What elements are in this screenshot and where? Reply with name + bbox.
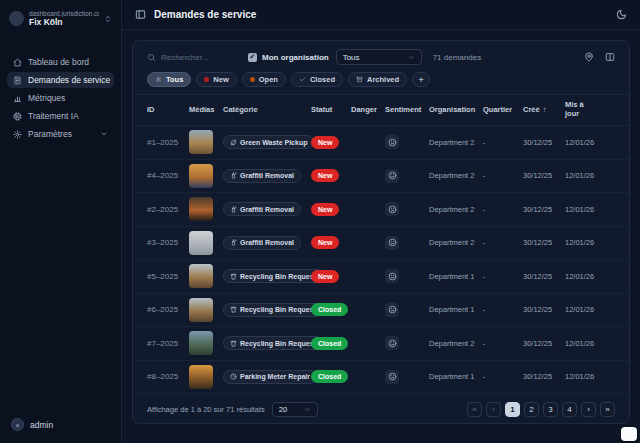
sort-asc-icon: ↑: [543, 106, 547, 115]
media-thumbnail[interactable]: [189, 331, 213, 355]
col-categorie[interactable]: Catégorie: [223, 106, 311, 115]
my-organisation-toggle[interactable]: ✓ Mon organisation: [248, 53, 329, 62]
category-label: Recycling Bin Request: [240, 273, 316, 280]
table-row[interactable]: #4–2025 Graffiti Removal New Department …: [133, 160, 629, 194]
search-input[interactable]: [161, 53, 231, 62]
col-id[interactable]: ID: [147, 106, 189, 115]
organisation-cell: Department 2: [429, 171, 483, 180]
media-thumbnail[interactable]: [189, 164, 213, 188]
media-thumbnail[interactable]: [189, 197, 213, 221]
table-row[interactable]: #2–2025 Graffiti Removal New Department …: [133, 193, 629, 227]
category-icon: [230, 206, 237, 213]
category-icon: [230, 172, 237, 179]
category-badge: Graffiti Removal: [223, 169, 301, 183]
category-badge: Parking Meter Repair: [223, 370, 317, 384]
table-row[interactable]: #3–2025 Graffiti Removal New Department …: [133, 227, 629, 261]
requests-card: ✓ Mon organisation Tous 71 demandes Tous: [132, 40, 630, 424]
panel-left-icon[interactable]: [135, 9, 146, 20]
table-row[interactable]: #8–2025 Parking Meter Repair Closed Depa…: [133, 361, 629, 395]
sidebar-item-metriques[interactable]: Métriques: [7, 90, 114, 106]
organisation-cell: Department 2: [429, 138, 483, 147]
organisation-select[interactable]: Tous: [336, 49, 422, 65]
quartier-cell: -: [483, 339, 523, 348]
check-icon: [299, 76, 306, 83]
workspace-name: dashboard.jurisdiction.curr...: [29, 10, 99, 17]
media-thumbnail[interactable]: [189, 298, 213, 322]
col-mis-a-jour[interactable]: Mis à jour: [565, 101, 595, 118]
search-box[interactable]: [147, 53, 233, 62]
user-avatar: a: [11, 418, 24, 431]
organisation-select-value: Tous: [343, 53, 360, 62]
col-cree[interactable]: Créé ↑: [523, 106, 565, 115]
sidebar-item-parametres[interactable]: Paramètres: [7, 126, 114, 142]
prev-page-button[interactable]: ‹: [486, 402, 501, 417]
category-label: Graffiti Removal: [240, 172, 294, 179]
workspace-subtitle: Fix Köln: [29, 17, 99, 27]
chevron-down-icon: [408, 54, 415, 61]
page-button-2[interactable]: 2: [524, 402, 539, 417]
media-thumbnail[interactable]: [189, 130, 213, 154]
sidebar-item-tableau-de-bord[interactable]: Tableau de bord: [7, 54, 114, 70]
page-button-3[interactable]: 3: [543, 402, 558, 417]
sidebar: dashboard.jurisdiction.curr... Fix Köln …: [0, 0, 122, 443]
moon-icon[interactable]: [616, 9, 627, 20]
archive-icon: [356, 76, 363, 83]
chip-closed[interactable]: Closed: [291, 72, 343, 87]
table-row[interactable]: #6–2025 Recycling Bin Request Closed Dep…: [133, 294, 629, 328]
category-icon: [230, 139, 237, 146]
chip-archived[interactable]: Archived: [348, 72, 407, 87]
sidebar-item-label: Métriques: [28, 93, 65, 103]
col-quartier[interactable]: Quartier: [483, 106, 523, 115]
page-button-4[interactable]: 4: [562, 402, 577, 417]
sentiment-badge: [385, 269, 399, 283]
table-row[interactable]: #5–2025 Recycling Bin Request New Depart…: [133, 260, 629, 294]
updated-date: 12/01/26: [565, 138, 615, 147]
media-thumbnail[interactable]: [189, 231, 213, 255]
chip-tous[interactable]: Tous: [147, 72, 191, 87]
request-id: #7–2025: [147, 339, 189, 348]
last-page-button[interactable]: »: [600, 402, 615, 417]
filters-toolbar: ✓ Mon organisation Tous 71 demandes: [147, 49, 615, 65]
updated-date: 12/01/26: [565, 205, 615, 214]
page-button-1[interactable]: 1: [505, 402, 520, 417]
status-filter-chips: Tous New Open Closed Archived: [147, 72, 615, 87]
col-organisation[interactable]: Organisation: [429, 106, 483, 115]
col-danger[interactable]: Danger: [351, 106, 385, 115]
sentiment-neutral-icon: [388, 305, 397, 314]
table-body: #1–2025 Green Waste Pickup New Departmen…: [133, 126, 629, 394]
sidebar-item-traitement-ia[interactable]: Traitement IA: [7, 108, 114, 124]
status-badge: New: [311, 236, 339, 249]
sentiment-neutral-icon: [388, 372, 397, 381]
user-menu[interactable]: a admin: [7, 416, 114, 433]
updated-date: 12/01/26: [565, 238, 615, 247]
clipboard-icon: [13, 76, 22, 85]
quartier-cell: -: [483, 138, 523, 147]
media-thumbnail[interactable]: [189, 365, 213, 389]
col-medias[interactable]: Médias: [189, 106, 223, 115]
checkbox-checked-icon[interactable]: ✓: [248, 53, 257, 62]
map-pin-icon[interactable]: [584, 52, 594, 62]
col-sentiment[interactable]: Sentiment: [385, 106, 429, 115]
columns-icon[interactable]: [605, 52, 615, 62]
organisation-cell: Department 2: [429, 238, 483, 247]
table-row[interactable]: #7–2025 Recycling Bin Request Closed Dep…: [133, 327, 629, 361]
quartier-cell: -: [483, 272, 523, 281]
chip-label: Closed: [310, 75, 335, 84]
workspace-switcher[interactable]: dashboard.jurisdiction.curr... Fix Köln: [7, 9, 114, 28]
table-row[interactable]: #1–2025 Green Waste Pickup New Departmen…: [133, 126, 629, 160]
sentiment-neutral-icon: [388, 339, 397, 348]
cpu-icon: [13, 112, 22, 121]
sidebar-item-demandes-de-service[interactable]: Demandes de service: [7, 72, 114, 88]
sparkle-icon: [155, 76, 162, 83]
chip-label: Tous: [166, 75, 183, 84]
chip-new[interactable]: New: [196, 72, 236, 87]
media-thumbnail[interactable]: [189, 264, 213, 288]
add-filter-button[interactable]: +: [412, 72, 430, 87]
quartier-cell: -: [483, 171, 523, 180]
col-statut[interactable]: Statut: [311, 106, 351, 115]
first-page-button[interactable]: «: [467, 402, 482, 417]
next-page-button[interactable]: ›: [581, 402, 596, 417]
page-size-select[interactable]: 20: [272, 402, 318, 417]
widget-button[interactable]: [621, 427, 637, 441]
chip-open[interactable]: Open: [242, 72, 286, 87]
